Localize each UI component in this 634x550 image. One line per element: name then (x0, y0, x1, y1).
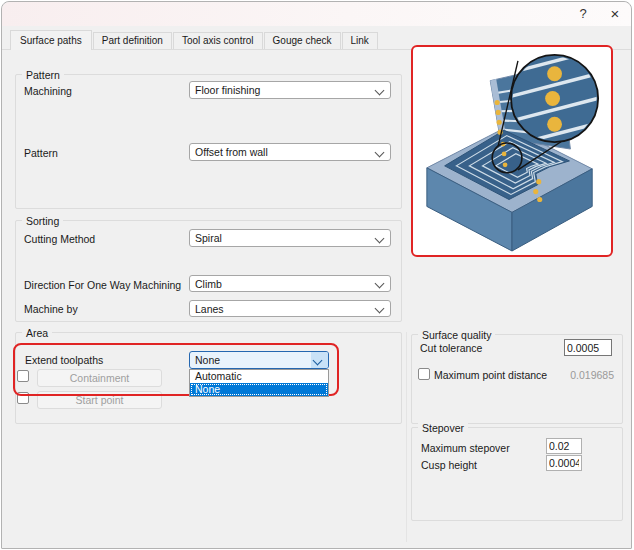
machine-by-combobox[interactable]: Lanes (189, 300, 391, 317)
tab-link[interactable]: Link (342, 32, 378, 49)
machining-combobox-value: Floor finishing (195, 84, 260, 96)
cut-tolerance-label: Cut tolerance (420, 342, 482, 354)
pattern-combobox[interactable]: Offset from wall (189, 143, 391, 161)
cusp-height-input[interactable] (546, 455, 582, 471)
pattern-combobox-value: Offset from wall (195, 146, 268, 158)
tab-strip: Surface paths Part definition Tool axis … (10, 30, 379, 50)
chevron-down-icon (375, 234, 385, 244)
tab-gouge-check[interactable]: Gouge check (264, 32, 341, 49)
title-bar (2, 2, 631, 26)
stepover-group-title: Stepover (418, 422, 468, 434)
direction-combobox[interactable]: Climb (189, 275, 391, 292)
sorting-group-title: Sorting (22, 215, 63, 227)
cut-tolerance-input[interactable] (564, 339, 612, 356)
max-point-distance-value: 0.019685 (560, 369, 614, 381)
toolpath-preview-graphic (413, 47, 611, 255)
chevron-down-icon (375, 304, 385, 314)
magnified-toolpath-points (545, 66, 562, 131)
extend-toolpaths-combobox-value: None (195, 354, 220, 366)
extend-toolpaths-label: Extend toolpaths (25, 354, 103, 366)
machine-by-label: Machine by (24, 303, 78, 315)
machining-label: Machining (24, 85, 72, 97)
pattern-group-title: Pattern (22, 69, 64, 81)
tab-part-definition[interactable]: Part definition (93, 32, 172, 49)
cutting-method-combobox-value: Spiral (195, 232, 222, 244)
max-point-distance-checkbox[interactable] (418, 368, 430, 380)
pattern-label: Pattern (24, 147, 58, 159)
cutting-method-combobox[interactable]: Spiral (189, 229, 391, 247)
extend-toolpaths-dropdown-list: Automatic None (189, 369, 329, 397)
surface-quality-group-title: Surface quality (418, 329, 495, 341)
chevron-down-icon (375, 148, 385, 158)
close-icon[interactable]: × (602, 4, 628, 24)
maximum-stepover-input[interactable] (546, 438, 582, 454)
chevron-down-icon (375, 279, 385, 289)
containment-checkbox[interactable] (17, 370, 29, 382)
extend-toolpaths-combobox[interactable]: None (189, 351, 329, 369)
dropdown-option-automatic[interactable]: Automatic (190, 370, 328, 383)
machine-by-combobox-value: Lanes (195, 303, 224, 315)
toolpath-preview-panel (411, 45, 613, 257)
containment-button[interactable]: Containment (37, 369, 162, 387)
direction-label: Direction For One Way Machining (24, 279, 181, 291)
screen: ? × Surface paths Part definition Tool a… (0, 0, 634, 550)
help-icon[interactable]: ? (570, 4, 596, 24)
area-group-title: Area (22, 327, 52, 339)
panel-divider (406, 332, 407, 542)
start-point-checkbox[interactable] (17, 392, 29, 404)
chevron-down-icon (375, 86, 385, 96)
dropdown-option-none[interactable]: None (190, 383, 328, 396)
start-point-button[interactable]: Start point (37, 391, 162, 409)
cutting-method-label: Cutting Method (24, 233, 95, 245)
tab-surface-paths[interactable]: Surface paths (10, 30, 92, 50)
machining-combobox[interactable]: Floor finishing (189, 81, 391, 99)
cusp-height-label: Cusp height (421, 459, 477, 471)
max-point-distance-label: Maximum point distance (434, 369, 547, 381)
maximum-stepover-label: Maximum stepover (421, 442, 510, 454)
operation-parameters-dialog: ? × Surface paths Part definition Tool a… (1, 1, 632, 549)
tab-tool-axis-control[interactable]: Tool axis control (173, 32, 263, 49)
direction-combobox-value: Climb (195, 278, 222, 290)
